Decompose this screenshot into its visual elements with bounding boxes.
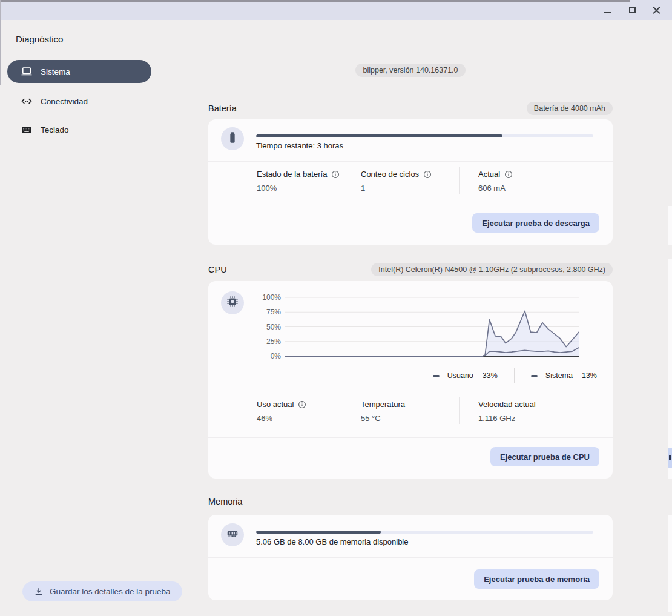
connectivity-icon [21,95,33,107]
legend-value: 13% [582,371,597,380]
title-bar [0,0,672,20]
y-axis-tick: 50% [266,323,281,331]
close-icon [653,6,660,14]
sidebar-item-conectividad[interactable]: Conectividad [7,90,151,113]
sidebar-item-teclado[interactable]: Teclado [7,118,151,141]
battery-time-remaining: Tiempo restante: 3 horas [256,141,343,150]
divider [208,437,613,438]
edge-content-fragment [668,259,672,479]
memory-progress-fill [256,531,381,534]
battery-capacity-chip: Batería de 4080 mAh [527,102,613,115]
stat-label: Uso actual [257,400,294,409]
download-icon [34,587,44,597]
edge-button-fragment [668,448,672,468]
battery-card: Tiempo restante: 3 horas Estado de la ba… [208,119,613,245]
y-axis-tick: 100% [262,293,281,302]
battery-current-stat: Actual 606 mA [478,170,513,193]
info-icon[interactable] [331,170,340,179]
keyboard-icon [21,124,33,136]
page-title: Diagnóstico [16,34,63,44]
divider [208,200,613,200]
stat-label: Temperatura [361,400,405,409]
legend-label: Usuario [447,371,473,380]
maximize-button[interactable] [627,5,637,15]
divider [344,167,344,194]
legend-dash-sistema [531,375,538,377]
divider [208,391,613,391]
stat-value: 100% [257,184,340,193]
legend-dash-usuario [433,375,440,377]
memory-icon-circle [221,523,244,546]
memory-available-text: 5.06 GB de 8.00 GB de memoria disponible [256,537,408,546]
stat-label: Conteo de ciclos [361,170,419,179]
stat-value: 1 [361,184,432,193]
y-axis-tick: 25% [266,337,281,346]
cpu-section-title: CPU [208,265,227,274]
cpu-chart-legend: Usuario 33% Sistema 13% [433,368,597,383]
minimize-icon [604,12,611,13]
y-axis-tick: 75% [266,308,281,316]
minimize-button[interactable] [603,5,613,15]
sidebar-item-label: Teclado [41,125,69,134]
stat-value: 606 mA [478,184,513,193]
cpu-model-chip: Intel(R) Celeron(R) N4500 @ 1.10GHz (2 s… [371,263,613,276]
sidebar-item-label: Sistema [41,67,70,76]
run-memory-test-button[interactable]: Ejecutar prueba de memoria [474,569,599,589]
save-button-label: Guardar los detalles de la prueba [50,587,171,596]
window-frame-edge [0,0,630,2]
version-row: blipper, versión 140.16371.0 [208,64,613,77]
edge-content-fragment [668,206,672,245]
memory-section-title: Memoria [208,497,242,506]
stat-label: Velocidad actual [478,400,536,409]
battery-icon-circle [221,127,244,150]
stat-value: 46% [257,414,306,423]
info-icon[interactable] [423,170,432,179]
battery-icon [226,131,239,147]
legend-value: 33% [483,371,498,380]
memory-icon [226,527,239,543]
stat-label: Actual [478,170,500,179]
divider [208,557,613,558]
stat-value: 55 °C [361,414,405,423]
stat-value: 1.116 GHz [478,414,536,423]
y-axis-tick: 0% [271,352,281,360]
battery-section-header: Batería Batería de 4080 mAh [208,102,613,115]
stat-label: Estado de la batería [257,170,327,179]
close-button[interactable] [651,5,661,15]
battery-section-title: Batería [208,104,237,113]
memory-section-header: Memoria [208,497,613,506]
sidebar-item-sistema[interactable]: Sistema [7,60,151,83]
cpu-usage-chart [285,294,579,364]
memory-progress-bar [256,531,593,534]
memory-card: 5.06 GB de 8.00 GB de memoria disponible… [208,515,613,600]
sidebar-item-label: Conectividad [41,97,88,106]
run-cpu-test-button[interactable]: Ejecutar prueba de CPU [490,447,599,466]
legend-label: Sistema [545,371,573,380]
divider [344,397,344,424]
cpu-section-header: CPU Intel(R) Celeron(R) N4500 @ 1.10GHz … [208,263,613,276]
cpu-temperature-stat: Temperatura 55 °C [361,400,405,423]
battery-cycle-stat: Conteo de ciclos 1 [361,170,432,193]
battery-health-stat: Estado de la batería 100% [257,170,340,193]
info-icon[interactable] [504,170,513,179]
legend-separator [514,368,515,383]
cpu-speed-stat: Velocidad actual 1.116 GHz [478,400,536,423]
divider [459,397,460,424]
edge-content-fragment [668,515,672,612]
version-chip: blipper, versión 140.16371.0 [355,64,465,77]
divider [459,167,460,194]
battery-progress-bar [256,134,593,137]
save-test-details-button[interactable]: Guardar los detalles de la prueba [22,581,182,601]
cpu-card: 100%75%50%25%0% Usuario 33% Sistema 13% … [208,281,613,479]
cpu-usage-stat: Uso actual 46% [257,400,306,423]
run-discharge-test-button[interactable]: Ejecutar prueba de descarga [472,213,599,233]
divider [208,161,613,162]
laptop-icon [21,65,33,78]
info-icon[interactable] [298,400,306,409]
window-frame-edge-left [0,0,1,85]
battery-progress-fill [256,134,502,137]
maximize-icon [629,7,636,13]
cpu-chart-y-axis: 100%75%50%25%0% [232,294,281,364]
